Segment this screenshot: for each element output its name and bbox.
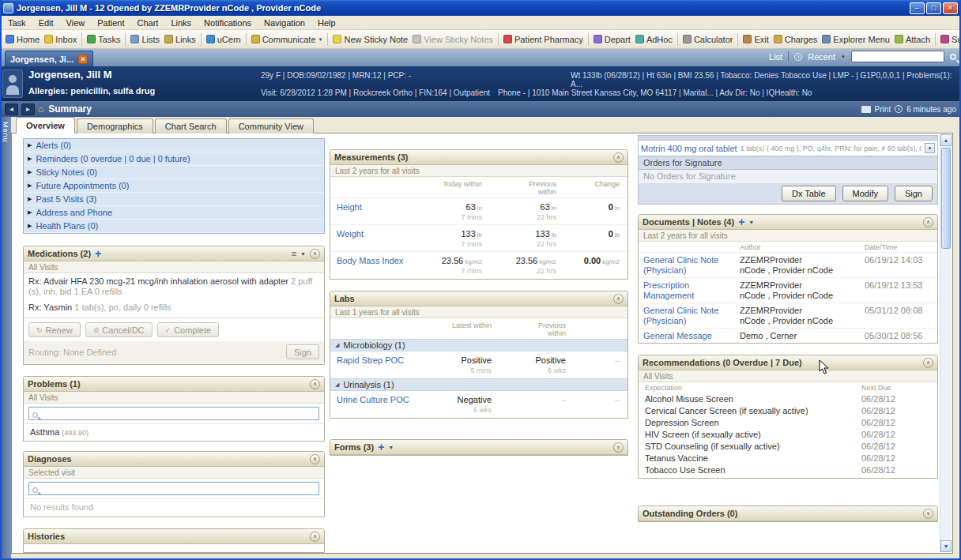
toolbar-inbox[interactable]: Inbox <box>42 33 79 46</box>
add-medication-icon[interactable]: + <box>95 249 101 258</box>
toolbar-adhoc[interactable]: AdHoc <box>633 33 675 46</box>
menu-links[interactable]: Links <box>164 17 198 29</box>
recommendation-row[interactable]: Tobacco Use Screen06/28/12 <box>639 464 937 478</box>
view-menu-icon[interactable]: ≡ <box>292 249 296 258</box>
lab-group-urinalysis[interactable]: ◢ Urinalysis (1) <box>330 378 627 391</box>
dx-table-button[interactable]: Dx Table <box>782 186 836 201</box>
menu-chart[interactable]: Chart <box>131 17 165 29</box>
toolbar-lists[interactable]: Lists <box>128 33 162 46</box>
toolbar-links[interactable]: Links <box>162 33 198 46</box>
patient-tab[interactable]: Jorgensen, Ji... × <box>5 51 93 66</box>
menu-navigation[interactable]: Navigation <box>258 17 311 29</box>
tab-demographics[interactable]: Demographics <box>77 118 153 133</box>
toolbar-depart[interactable]: Depart <box>591 33 633 46</box>
back-button[interactable]: ◄ <box>5 103 18 115</box>
toolbar-attach[interactable]: Attach <box>892 33 933 46</box>
documents-filter[interactable]: Last 2 years for all visits <box>639 230 937 242</box>
recommendation-row[interactable]: Cervical Cancer Screen (if sexually acti… <box>639 404 937 416</box>
minimize-button[interactable]: – <box>910 2 925 14</box>
cancel-dc-button[interactable]: ⊘Cancel/DC <box>85 322 153 337</box>
recent-button[interactable]: Recent <box>808 52 835 62</box>
recommendation-row[interactable]: HIV Screen (if sexually active)06/28/12 <box>639 428 937 440</box>
diagnoses-search-input[interactable] <box>28 482 319 495</box>
problems-search-input[interactable] <box>28 407 319 420</box>
toolbar-new-sticky-note[interactable]: New Sticky Note <box>330 33 410 46</box>
diagnoses-filter[interactable]: Selected visit <box>24 467 324 479</box>
lab-link[interactable]: Urine Culture POC <box>330 395 419 414</box>
toolbar-exit[interactable]: Exit <box>741 33 771 46</box>
tab-community-view[interactable]: Community View <box>228 118 314 133</box>
toolbar-explorer-menu[interactable]: Explorer Menu <box>820 33 892 46</box>
menu-side-strip[interactable]: Menu <box>0 117 11 560</box>
chevron-down-icon[interactable]: ▼ <box>841 54 846 59</box>
document-link[interactable]: General Message <box>639 331 740 341</box>
quicklink-future-appointments[interactable]: ▶Future Appointments (0) <box>24 179 324 193</box>
tab-overview[interactable]: Overview <box>16 117 75 133</box>
vertical-scrollbar[interactable]: ▲ ▼ <box>940 134 952 552</box>
forward-button[interactable]: ► <box>21 103 35 115</box>
close-button[interactable]: × <box>943 2 958 14</box>
labs-filter[interactable]: Last 1 years for all visits <box>330 306 627 318</box>
quicklink-reminders[interactable]: ▶Reminders (0 overdue | 0 due | 0 future… <box>24 152 324 166</box>
toolbar-tasks[interactable]: Tasks <box>85 33 122 46</box>
collapse-icon[interactable]: ∧ <box>613 152 624 163</box>
print-button[interactable]: Print <box>875 105 891 114</box>
lab-link[interactable]: Rapid Strep POC <box>330 355 419 374</box>
modify-button[interactable]: Modify <box>842 186 888 201</box>
toolbar-calculator[interactable]: Calculator <box>680 33 736 46</box>
renew-button[interactable]: ↻Renew <box>28 322 81 337</box>
collapse-icon[interactable]: ∧ <box>310 532 320 542</box>
recommendation-row[interactable]: STD Counseling (if sexually active)06/28… <box>639 440 937 452</box>
measurement-link[interactable]: Weight <box>330 229 409 248</box>
add-document-icon[interactable]: + <box>738 217 744 227</box>
scrollbar-thumb[interactable] <box>941 148 951 249</box>
quicklink-address-phone[interactable]: ▶Address and Phone <box>24 206 324 220</box>
quicklink-sticky-notes[interactable]: ▶Sticky Notes (0) <box>24 166 324 179</box>
collapse-icon[interactable]: ∧ <box>310 249 320 259</box>
menu-edit[interactable]: Edit <box>32 17 60 29</box>
chevron-down-icon[interactable]: ▼ <box>300 251 306 257</box>
add-form-icon[interactable]: + <box>378 442 384 452</box>
quicklink-alerts[interactable]: ▶Alerts (0) <box>24 139 324 152</box>
menu-task[interactable]: Task <box>2 17 32 29</box>
toolbar-view-sticky-notes[interactable]: View Sticky Notes <box>410 33 496 46</box>
medications-filter[interactable]: All Visits <box>24 261 324 273</box>
document-link[interactable]: Prescription Management <box>639 280 740 301</box>
collapse-icon[interactable]: ∧ <box>923 358 933 368</box>
quicklink-health-plans[interactable]: ▶Health Plans (0) <box>24 220 324 233</box>
document-link[interactable]: General Clinic Note(Physician) <box>639 306 740 326</box>
search-icon[interactable] <box>950 54 956 60</box>
toolbar-communicate[interactable]: Communicate▼ <box>249 33 326 46</box>
quicklink-past-visits[interactable]: ▶Past 5 Visits (3) <box>24 193 324 206</box>
measurement-link[interactable]: Height <box>330 202 409 221</box>
chevron-down-icon[interactable]: ▼ <box>925 143 935 153</box>
patient-search-input[interactable] <box>851 51 944 62</box>
problems-filter[interactable]: All Visits <box>24 392 324 404</box>
collapse-icon[interactable]: ∧ <box>613 294 624 304</box>
recommendation-row[interactable]: Alcohol Misuse Screen06/28/12 <box>639 393 937 404</box>
toolbar-patient-pharmacy[interactable]: Patient Pharmacy <box>501 33 586 46</box>
menu-help[interactable]: Help <box>311 17 342 29</box>
collapse-icon[interactable]: ∧ <box>310 379 320 389</box>
order-med-link[interactable]: Motrin 400 mg oral tablet <box>641 144 737 153</box>
menu-notifications[interactable]: Notifications <box>198 17 258 29</box>
collapse-icon[interactable]: ∨ <box>923 509 933 519</box>
medication-row[interactable]: Rx: Yasmin 1 tab(s), po, daily 0 refills <box>24 299 324 315</box>
maximize-button[interactable]: □ <box>926 2 941 14</box>
list-button[interactable]: List <box>769 52 782 62</box>
lab-group-microbiology[interactable]: ◢ Microbiology (1) <box>330 339 627 351</box>
toolbar-charges[interactable]: Charges <box>771 33 820 46</box>
chevron-down-icon[interactable]: ▼ <box>748 220 754 225</box>
recommendation-row[interactable]: Tetanus Vaccine06/28/12 <box>639 452 937 464</box>
recommendations-filter[interactable]: All Visits <box>639 370 937 382</box>
toolbar-ucern[interactable]: uCern <box>204 33 243 46</box>
collapse-icon[interactable]: ∧ <box>923 217 933 227</box>
recommendation-row[interactable]: Depression Screen06/28/12 <box>639 416 937 428</box>
scroll-down-arrow[interactable]: ▼ <box>940 540 952 552</box>
toolbar-home[interactable]: Home <box>3 33 42 46</box>
order-row[interactable]: Motrin 400 mg oral tablet 1 tab(s) ( 400… <box>638 140 938 156</box>
menu-patient[interactable]: Patient <box>91 17 130 29</box>
sign-button[interactable]: Sign <box>895 186 933 201</box>
complete-button[interactable]: ✓Complete <box>157 322 220 337</box>
problem-row[interactable]: Asthma (493.90) <box>24 424 324 441</box>
